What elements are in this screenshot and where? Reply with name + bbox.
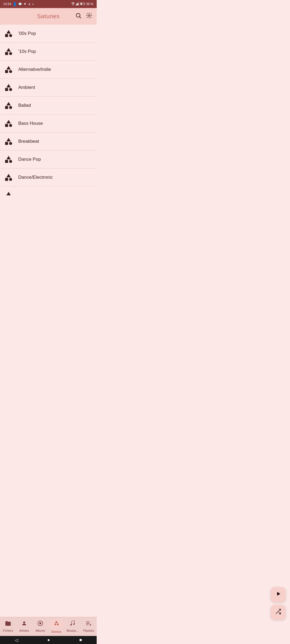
telegram-icon (23, 2, 27, 6)
whatsapp-icon: 💬 (18, 2, 22, 6)
genre-item[interactable]: Breakbeat (0, 133, 97, 151)
status-bar: 14:54 👤 💬 🌡 ● (0, 0, 97, 8)
genre-icon (4, 120, 13, 127)
status-time: 14:54 (3, 2, 11, 6)
svg-line-9 (80, 17, 81, 18)
genre-icon (4, 192, 13, 195)
svg-rect-7 (84, 3, 85, 4)
settings-button[interactable] (86, 12, 92, 20)
svg-rect-6 (81, 3, 82, 4)
genre-icon (4, 102, 13, 109)
genre-item[interactable]: Dance Pop (0, 151, 97, 169)
genre-name: Bass House (18, 121, 43, 126)
genre-item[interactable]: Dance/Electronic (0, 169, 97, 186)
status-right: 39 % (71, 2, 93, 6)
wifi-icon (71, 2, 75, 6)
status-left: 14:54 👤 💬 🌡 ● (3, 2, 34, 6)
genre-name: '10s Pop (18, 49, 36, 54)
header: Satunes (0, 8, 97, 25)
genre-item[interactable] (0, 186, 97, 196)
svg-point-0 (73, 5, 73, 5)
thermometer-icon: 🌡 (28, 2, 31, 6)
genre-name: Ambient (18, 85, 35, 90)
genre-icon (4, 174, 13, 181)
genre-icon (4, 30, 13, 37)
genre-item[interactable]: Bass House (0, 115, 97, 133)
avatar-icon: 👤 (13, 2, 17, 6)
genre-icon (4, 138, 13, 145)
battery-percent: 39 % (86, 2, 93, 6)
genre-name: Breakbeat (18, 139, 39, 144)
battery-icon (80, 2, 85, 6)
genre-item[interactable]: '00s Pop (0, 25, 97, 43)
svg-rect-4 (78, 2, 79, 5)
genre-name: Alternative/Indie (18, 67, 51, 72)
header-actions (75, 12, 92, 20)
genre-item[interactable]: '10s Pop (0, 43, 97, 61)
signal-icon (76, 2, 79, 6)
genre-icon (4, 48, 13, 55)
genre-item[interactable]: Ambient (0, 79, 97, 97)
genre-name: Ballad (18, 103, 31, 108)
genre-icon (4, 84, 13, 91)
svg-rect-3 (78, 3, 78, 5)
genre-item[interactable]: Ballad (0, 97, 97, 115)
genre-name: Dance Pop (18, 157, 41, 162)
genre-name: '00s Pop (18, 31, 36, 36)
search-button[interactable] (75, 12, 82, 20)
app-title: Satunes (37, 13, 60, 20)
genre-item[interactable]: Alternative/Indie (0, 61, 97, 79)
genre-icon (4, 66, 13, 73)
notification-dot: ● (32, 3, 34, 5)
svg-point-10 (88, 15, 90, 16)
genre-list: '00s Pop '10s Pop Alternative/Indie Ambi… (0, 25, 97, 218)
genre-icon (4, 156, 13, 163)
svg-rect-1 (76, 4, 77, 5)
genre-name: Dance/Electronic (18, 175, 53, 180)
svg-rect-2 (77, 3, 77, 5)
